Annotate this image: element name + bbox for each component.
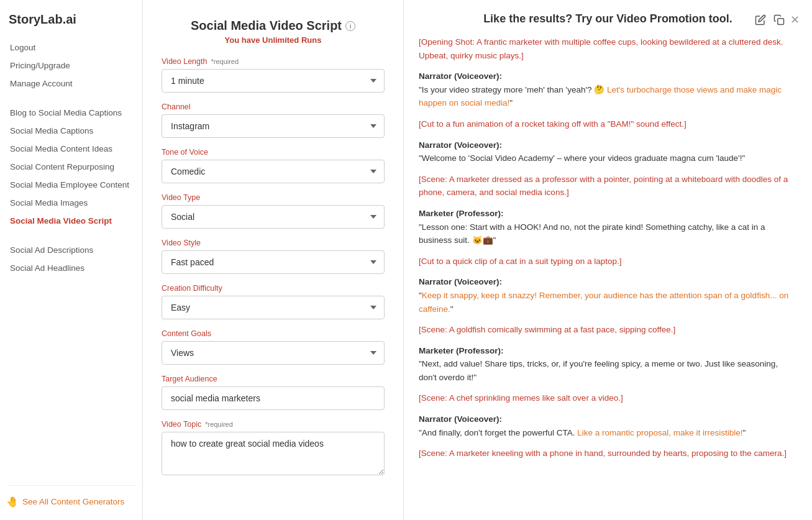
channel-select[interactable]: Instagram YouTube TikTok Facebook (162, 114, 385, 138)
video-style-select[interactable]: Fast paced Slow paced Documentary Tutori… (162, 250, 385, 274)
sidebar-item-social-repurposing[interactable]: Social Content Repurposing (6, 160, 136, 174)
unlimited-runs-badge: You have Unlimited Runs (162, 35, 385, 45)
sidebar-item-video-script[interactable]: Social Media Video Script (6, 214, 136, 228)
hand-icon: 🤚 (6, 496, 19, 508)
see-all-label: See All Content Generators (22, 497, 124, 506)
main-content: Social Media Video Script i You have Unl… (143, 0, 812, 520)
edit-icon[interactable] (753, 12, 768, 27)
sidebar-item-ad-headlines[interactable]: Social Ad Headlines (6, 261, 136, 275)
sidebar-item-social-media-captions[interactable]: Social Media Captions (6, 124, 136, 138)
video-topic-label: Video Topic *required (162, 420, 385, 429)
target-audience-input[interactable] (162, 386, 385, 410)
video-style-label: Video Style (162, 239, 385, 247)
creation-difficulty-label: Creation Difficulty (162, 284, 385, 293)
sidebar-item-ad-descriptions[interactable]: Social Ad Descriptions (6, 243, 136, 257)
video-topic-textarea[interactable]: how to create great social media videos (162, 432, 385, 475)
close-button[interactable]: ✕ (790, 13, 800, 27)
copy-icon[interactable] (772, 12, 787, 27)
channel-label: Channel (162, 103, 385, 111)
required-badge: *required (211, 58, 239, 65)
results-actions: ✕ (753, 12, 800, 27)
target-audience-label: Target Audience (162, 375, 385, 383)
tone-select[interactable]: Comedic Professional Inspirational Casua… (162, 160, 385, 183)
page-title: Social Media Video Script (191, 19, 342, 33)
sidebar-item-blog-to-social[interactable]: Blog to Social Media Captions (6, 106, 136, 120)
result-text-content: [Opening Shot: A frantic marketer with m… (419, 35, 797, 460)
info-icon[interactable]: i (345, 21, 355, 31)
content-goals-select[interactable]: Views Engagement Conversions Awareness (162, 341, 385, 365)
sidebar-item-social-images[interactable]: Social Media Images (6, 196, 136, 210)
sidebar-item-logout[interactable]: Logout (6, 40, 136, 55)
creation-difficulty-group: Creation Difficulty Easy Medium Hard (162, 284, 385, 319)
video-length-select[interactable]: 1 minute 30 seconds 2 minutes 5 minutes (162, 69, 385, 93)
channel-group: Channel Instagram YouTube TikTok Faceboo… (162, 103, 385, 138)
video-length-label: Video Length *required (162, 57, 385, 66)
tone-label: Tone of Voice (162, 148, 385, 157)
app-logo: StoryLab.ai (6, 12, 136, 27)
results-header: Like the results? Try our Video Promotio… (419, 12, 797, 25)
see-all-generators-link[interactable]: 🤚 See All Content Generators (6, 496, 136, 508)
sidebar-item-social-content-ideas[interactable]: Social Media Content Ideas (6, 142, 136, 156)
content-goals-label: Content Goals (162, 329, 385, 338)
video-type-label: Video Type (162, 193, 385, 202)
video-length-group: Video Length *required 1 minute 30 secon… (162, 57, 385, 93)
creation-difficulty-select[interactable]: Easy Medium Hard (162, 296, 385, 319)
form-panel: Social Media Video Script i You have Unl… (143, 0, 404, 520)
sidebar-item-manage-account[interactable]: Manage Account (6, 76, 136, 91)
sidebar: StoryLab.ai Logout Pricing/Upgrade Manag… (0, 0, 143, 520)
target-audience-group: Target Audience (162, 375, 385, 410)
sidebar-item-employee-content[interactable]: Social Media Employee Content (6, 178, 136, 192)
sidebar-item-pricing[interactable]: Pricing/Upgrade (6, 58, 136, 73)
video-type-select[interactable]: Social Educational Promotional (162, 205, 385, 229)
results-panel: Like the results? Try our Video Promotio… (404, 0, 812, 520)
content-goals-group: Content Goals Views Engagement Conversio… (162, 329, 385, 365)
tone-of-voice-group: Tone of Voice Comedic Professional Inspi… (162, 148, 385, 183)
video-type-group: Video Type Social Educational Promotiona… (162, 193, 385, 229)
video-topic-group: Video Topic *required how to create grea… (162, 420, 385, 477)
svg-rect-0 (778, 19, 784, 25)
video-style-group: Video Style Fast paced Slow paced Docume… (162, 239, 385, 274)
required-badge-topic: *required (205, 421, 233, 428)
